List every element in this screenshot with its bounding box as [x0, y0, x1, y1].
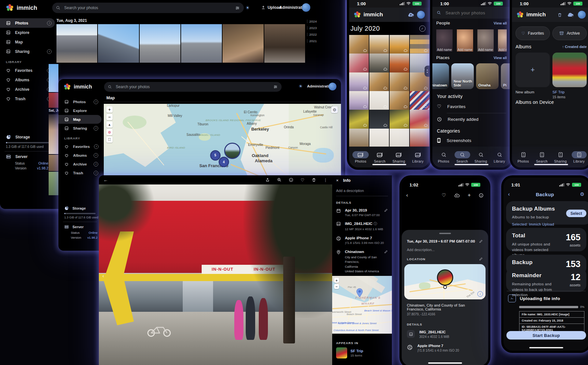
photo-thumbnail[interactable] — [349, 54, 369, 73]
more-menu-icon[interactable]: ⋮ — [323, 178, 328, 182]
nav-item[interactable]: Search — [455, 151, 470, 163]
sidebar-library-item[interactable]: Archive — [58, 160, 101, 168]
zoom-in-button[interactable]: + — [106, 106, 113, 113]
start-backup-button[interactable]: Start Backup — [506, 331, 586, 340]
place-card[interactable]: Pi — [501, 63, 511, 89]
face-avatar[interactable] — [498, 29, 507, 46]
places-view-all-link[interactable]: View all — [494, 56, 507, 60]
info-icon[interactable] — [94, 162, 98, 167]
info-icon[interactable] — [94, 100, 98, 104]
info-icon[interactable] — [47, 49, 52, 54]
sidebar-item[interactable]: Photos — [0, 18, 55, 28]
photo-thumbnail[interactable] — [349, 72, 369, 92]
user-avatar[interactable] — [578, 11, 586, 19]
nav-item[interactable]: Photos — [516, 151, 531, 163]
immich-logo[interactable]: immich — [6, 4, 37, 12]
photo-thumbnail[interactable] — [49, 93, 58, 108]
sidebar-library-item[interactable]: Albums — [58, 151, 101, 160]
album-card[interactable]: SF Trip 15 items — [552, 53, 587, 99]
photo-thumbnail[interactable] — [369, 54, 389, 73]
map-attribution-info-icon[interactable]: i — [477, 291, 483, 297]
photo-thumbnail[interactable] — [369, 72, 389, 92]
info-icon[interactable] — [289, 178, 293, 182]
photo-thumbnail[interactable] — [181, 24, 222, 63]
heart-icon[interactable]: ♡ — [301, 178, 304, 182]
photo-thumbnail[interactable] — [369, 91, 389, 111]
favorites-row[interactable]: ♡ Favorites — [437, 103, 506, 109]
nav-item[interactable]: Photos — [352, 151, 369, 163]
search-input[interactable] — [445, 10, 506, 16]
cloud-upload-icon[interactable] — [407, 12, 414, 17]
nav-item[interactable]: Search — [372, 151, 388, 163]
edit-location-pencil-icon[interactable] — [384, 250, 388, 254]
sort-button[interactable]: ↑ Created date — [562, 45, 587, 49]
photo-map-marker[interactable] — [224, 143, 240, 159]
description-input[interactable]: Add a description — [332, 184, 392, 196]
location-map[interactable]: San Francisco Ferry The Em i — [404, 264, 486, 299]
place-card[interactable]: Omaha — [476, 63, 499, 89]
info-icon[interactable] — [47, 21, 52, 25]
trash-icon[interactable] — [312, 178, 316, 182]
sidebar-library-item[interactable]: Favorites — [58, 142, 101, 151]
photo-thumbnail[interactable] — [390, 54, 409, 73]
info-icon[interactable] — [94, 144, 99, 149]
edit-date-pencil-icon[interactable] — [384, 208, 388, 212]
photo-map-marker[interactable] — [437, 269, 453, 286]
trash-icon[interactable] — [557, 12, 562, 17]
photo-thumbnail[interactable] — [369, 35, 389, 55]
scrubber-handle[interactable]: ▲▼ — [425, 66, 429, 77]
plus-icon[interactable]: + — [468, 192, 471, 198]
filter-sliders-icon[interactable] — [235, 6, 240, 10]
filter-sliders-icon[interactable] — [273, 85, 278, 89]
new-album-card[interactable]: + New album — [516, 53, 550, 99]
share-icon[interactable] — [265, 178, 270, 182]
description-input[interactable]: Add description... — [402, 243, 488, 252]
face-avatar[interactable] — [477, 29, 494, 46]
select-check-icon[interactable]: ✓ — [419, 25, 426, 32]
nav-item[interactable]: Library — [492, 151, 507, 163]
photo-thumbnail[interactable] — [49, 114, 58, 154]
zoom-out-button[interactable]: − — [334, 284, 339, 289]
map-settings-gear-icon[interactable]: ⚙ — [331, 106, 338, 113]
photo-thumbnail[interactable] — [390, 129, 409, 147]
edit-date-pencil-icon[interactable] — [479, 239, 483, 243]
photo-thumbnail[interactable] — [390, 72, 409, 92]
info-icon[interactable] — [94, 171, 98, 175]
album-name[interactable]: SF Trip — [552, 90, 587, 94]
face-avatar[interactable] — [457, 29, 473, 46]
favorites-button[interactable]: ♡Favorites — [516, 26, 550, 40]
previous-photo-chevron[interactable]: ‹ — [102, 273, 104, 278]
location-minimap[interactable]: Pier 45FISHERMAN'SWHARFBeach StreetLeave… — [332, 276, 392, 334]
photo-thumbnail[interactable] — [410, 129, 429, 147]
photo-thumbnail[interactable] — [264, 24, 305, 63]
sidebar-item[interactable]: Map — [58, 115, 101, 124]
person-item[interactable]: Add name — [436, 29, 453, 52]
year-scrubber-label[interactable]: 2024 — [307, 20, 320, 23]
user-avatar[interactable] — [329, 83, 336, 90]
year-scrubber[interactable]: 2024202320222021 — [307, 20, 320, 43]
archive-button[interactable]: Archive — [552, 26, 587, 40]
fullscreen-button[interactable]: ⛶ — [106, 136, 113, 143]
person-item[interactable]: Add name — [477, 29, 494, 52]
photo-thumbnail[interactable] — [49, 64, 58, 92]
cloud-upload-icon[interactable] — [454, 193, 460, 198]
nav-item[interactable]: Library — [410, 151, 426, 163]
zoom-in-button[interactable]: + — [334, 278, 339, 283]
zoom-in-icon[interactable] — [277, 178, 282, 182]
screenshots-row[interactable]: Screenshots — [437, 138, 506, 143]
info-icon[interactable] — [479, 193, 484, 198]
sidebar-library-item[interactable]: Trash — [0, 94, 55, 103]
edit-location-pencil-icon[interactable] — [479, 257, 483, 261]
sidebar-item[interactable]: Photos — [58, 97, 101, 106]
info-icon[interactable] — [94, 153, 98, 158]
photo-viewer[interactable]: IN-N-OUTIN-N-OUT ‹ — [99, 184, 332, 365]
album-name[interactable]: SF Trip — [350, 349, 363, 353]
recently-added-row[interactable]: Recently added — [437, 117, 506, 122]
back-chevron-icon[interactable]: ‹ — [406, 192, 408, 198]
theme-toggle-sun-icon[interactable]: ☀ — [299, 84, 303, 89]
nav-item[interactable]: Library — [572, 151, 587, 163]
photo-cluster-marker[interactable]: 5 — [210, 150, 221, 161]
photo-thumbnail[interactable] — [390, 35, 409, 55]
select-button[interactable]: Select — [566, 210, 586, 217]
compass-button[interactable]: ▲ — [106, 121, 113, 128]
